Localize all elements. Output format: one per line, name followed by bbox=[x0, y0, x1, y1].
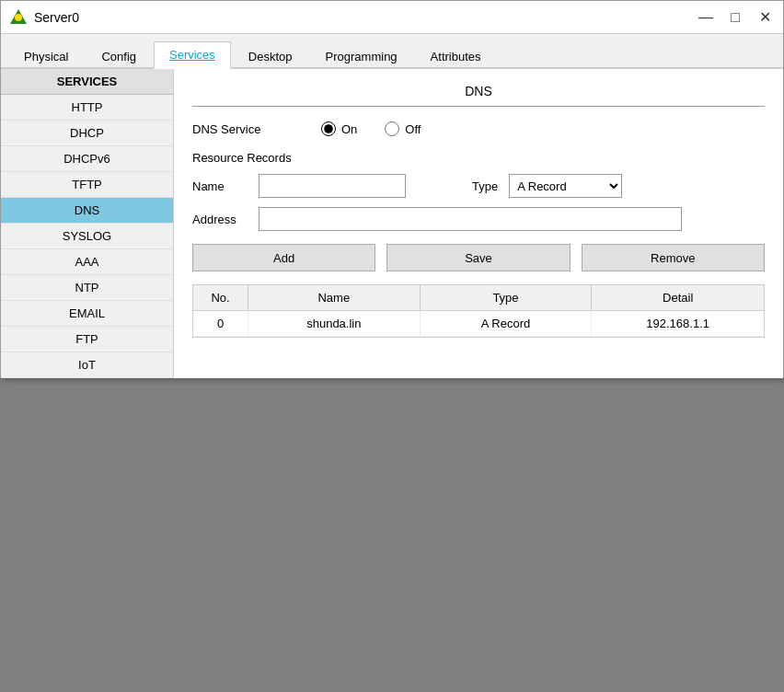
sidebar-item-dns[interactable]: DNS bbox=[1, 198, 173, 224]
tab-config[interactable]: Config bbox=[86, 43, 152, 69]
table-header-cell: Name bbox=[248, 285, 421, 310]
table-body: 0shunda.linA Record192.168.1.1 bbox=[193, 311, 764, 337]
sidebar-scroll[interactable]: HTTPDHCPDHCPv6TFTPDNSSYSLOGAAANTPEMAILFT… bbox=[1, 95, 173, 378]
address-label: Address bbox=[192, 213, 248, 226]
tab-desktop[interactable]: Desktop bbox=[233, 43, 308, 69]
dns-service-radio-group: On Off bbox=[321, 121, 421, 136]
table-cell: shunda.lin bbox=[248, 311, 421, 336]
table-cell: 0 bbox=[193, 311, 248, 336]
sidebar-item-aaa[interactable]: AAA bbox=[1, 249, 173, 275]
tab-programming[interactable]: Programming bbox=[310, 43, 413, 69]
content-area: DNS DNS Service On Off Resource Records bbox=[174, 69, 783, 378]
table-cell: A Record bbox=[421, 311, 593, 336]
close-button[interactable]: ✕ bbox=[754, 8, 776, 27]
table-header: No.NameTypeDetail bbox=[193, 285, 764, 311]
sidebar-header: SERVICES bbox=[1, 69, 173, 95]
sidebar-item-iot[interactable]: IoT bbox=[1, 352, 173, 378]
window-title: Server0 bbox=[34, 10, 79, 25]
svg-point-1 bbox=[15, 14, 22, 21]
table-header-cell: No. bbox=[193, 285, 248, 310]
maximize-button[interactable]: □ bbox=[724, 8, 746, 27]
address-input[interactable] bbox=[259, 207, 682, 231]
sidebar-item-dhcp[interactable]: DHCP bbox=[1, 121, 173, 146]
radio-on-option[interactable]: On bbox=[321, 121, 357, 136]
main-window: Server0 — □ ✕ PhysicalConfigServicesDesk… bbox=[0, 0, 784, 377]
sidebar-item-syslog[interactable]: SYSLOG bbox=[1, 224, 173, 249]
name-type-row: Name Type A RecordAAAA RecordCNAME Recor… bbox=[192, 174, 765, 198]
tab-bar: PhysicalConfigServicesDesktopProgramming… bbox=[1, 34, 783, 69]
sidebar-item-dhcpv6[interactable]: DHCPv6 bbox=[1, 146, 173, 172]
title-bar-left: Server0 bbox=[8, 7, 79, 28]
dns-records-table: No.NameTypeDetail 0shunda.linA Record192… bbox=[192, 284, 765, 338]
sidebar-item-email[interactable]: EMAIL bbox=[1, 301, 173, 327]
type-select[interactable]: A RecordAAAA RecordCNAME RecordMX Record… bbox=[509, 174, 622, 198]
title-bar: Server0 — □ ✕ bbox=[1, 1, 783, 34]
dns-panel-title: DNS bbox=[192, 84, 765, 107]
table-cell: 192.168.1.1 bbox=[592, 311, 764, 336]
sidebar-item-tftp[interactable]: TFTP bbox=[1, 172, 173, 198]
radio-on-input[interactable] bbox=[321, 121, 336, 136]
sidebar-item-http[interactable]: HTTP bbox=[1, 95, 173, 121]
sidebar: SERVICES HTTPDHCPDHCPv6TFTPDNSSYSLOGAAAN… bbox=[1, 69, 174, 378]
sidebar-item-ntp[interactable]: NTP bbox=[1, 275, 173, 301]
radio-off-option[interactable]: Off bbox=[385, 121, 421, 136]
name-label: Name bbox=[192, 179, 248, 193]
radio-off-label: Off bbox=[405, 122, 421, 136]
resource-records-title: Resource Records bbox=[192, 151, 765, 165]
main-content: SERVICES HTTPDHCPDHCPv6TFTPDNSSYSLOGAAAN… bbox=[1, 69, 783, 378]
app-icon bbox=[8, 7, 29, 28]
title-bar-controls: — □ ✕ bbox=[695, 8, 776, 27]
tab-physical[interactable]: Physical bbox=[8, 43, 84, 69]
action-buttons: Add Save Remove bbox=[192, 244, 765, 271]
table-row[interactable]: 0shunda.linA Record192.168.1.1 bbox=[193, 311, 764, 337]
dns-service-label: DNS Service bbox=[192, 122, 284, 136]
dns-service-row: DNS Service On Off bbox=[192, 121, 765, 136]
radio-on-label: On bbox=[341, 122, 357, 136]
minimize-button[interactable]: — bbox=[695, 8, 717, 27]
table-header-cell: Type bbox=[421, 285, 593, 310]
address-row: Address bbox=[192, 207, 765, 231]
remove-button[interactable]: Remove bbox=[582, 244, 765, 271]
radio-off-input[interactable] bbox=[385, 121, 399, 136]
sidebar-item-ftp[interactable]: FTP bbox=[1, 327, 173, 352]
table-header-cell: Detail bbox=[592, 285, 764, 310]
tab-services[interactable]: Services bbox=[154, 41, 231, 69]
name-input[interactable] bbox=[259, 174, 406, 198]
tab-attributes[interactable]: Attributes bbox=[415, 43, 497, 69]
type-label: Type bbox=[472, 179, 498, 193]
add-button[interactable]: Add bbox=[192, 244, 375, 271]
save-button[interactable]: Save bbox=[386, 244, 570, 271]
